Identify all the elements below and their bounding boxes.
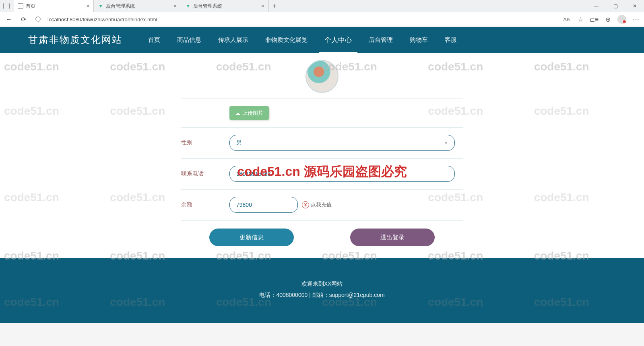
main-nav: 首页 商品信息 传承人展示 非物质文化展览 个人中心 后台管理 购物车 客服 [147,27,458,53]
tab-2[interactable]: ▼ 后台管理系统 × [94,0,181,12]
profile-avatar[interactable] [617,15,626,24]
site-header: 甘肃非物质文化网站 首页 商品信息 传承人展示 非物质文化展览 个人中心 后台管… [0,27,644,53]
tab-1[interactable]: 首页 × [14,0,94,12]
footer-contact: 电话：4008000000 | 邮箱：support@21epub.com [0,292,644,299]
nav-service[interactable]: 客服 [443,28,458,52]
page-content: ☁ 上传图片 性别 男 ▼ 联系电话 余额 [0,53,644,258]
close-icon[interactable]: × [173,3,177,9]
tab-title: 首页 [26,3,35,10]
nav-profile[interactable]: 个人中心 [323,27,353,53]
gender-label: 性别 [181,139,229,146]
page-icon [18,3,23,9]
star-icon[interactable]: ☆ [576,15,584,23]
minimize-button[interactable]: — [590,3,602,9]
text-size-icon[interactable]: Aあ [563,15,571,23]
vue-icon: ▼ [98,3,103,9]
gender-select[interactable]: 男 ▼ [229,135,455,151]
window-controls: — ▢ ✕ [590,3,641,9]
tab-title: 后台管理系统 [106,3,135,10]
user-avatar[interactable] [305,60,339,93]
phone-label: 联系电话 [181,170,229,177]
collections-icon[interactable]: ⊕ [604,15,612,23]
nav-admin[interactable]: 后台管理 [367,28,394,52]
browser-chrome: 首页 × ▼ 后台管理系统 × ▼ 后台管理系统 × + — ▢ ✕ ← ⟳ ⓘ [0,0,644,27]
tab-title: 后台管理系统 [193,3,222,10]
site-footer: 欢迎来到XX网站 电话：4008000000 | 邮箱：support@21ep… [0,258,644,323]
phone-input[interactable] [229,166,455,182]
tab-3[interactable]: ▼ 后台管理系统 × [181,0,268,12]
vue-icon: ▼ [185,3,191,9]
button-row: 更新信息 退出登录 [181,220,463,250]
site-title: 甘肃非物质文化网站 [28,33,122,46]
url-display[interactable]: localhost:8080/feiwuzhiwenhua/front/inde… [47,16,157,23]
address-bar: ← ⟳ ⓘ localhost:8080/feiwuzhiwenhua/fron… [0,12,644,27]
upload-button[interactable]: ☁ 上传图片 [229,106,269,120]
site-info-icon[interactable]: ⓘ [33,14,43,24]
update-button[interactable]: 更新信息 [209,229,294,246]
balance-input[interactable] [229,197,298,213]
back-button[interactable]: ← [4,14,14,24]
maximize-button[interactable]: ▢ [609,3,621,9]
recharge-link[interactable]: ¥ 点我充值 [302,201,332,208]
tabs-overview-icon[interactable] [3,3,10,9]
avatar-row [181,57,463,99]
nav-inheritors[interactable]: 传承人展示 [217,28,250,52]
balance-label: 余额 [181,201,229,208]
more-icon[interactable]: ⋯ [632,15,640,23]
cloud-upload-icon: ☁ [235,110,240,116]
profile-form: ☁ 上传图片 性别 男 ▼ 联系电话 余额 [181,53,463,250]
nav-products[interactable]: 商品信息 [175,28,203,52]
titlebar: 首页 × ▼ 后台管理系统 × ▼ 后台管理系统 × + — ▢ ✕ [0,0,644,12]
footer-welcome: 欢迎来到XX网站 [0,280,644,288]
upload-row: ☁ 上传图片 [181,99,463,128]
nav-cart[interactable]: 购物车 [408,28,429,52]
toolbar-right: Aあ ☆ ⊏≡ ⊕ ⋯ [563,15,640,24]
new-tab-button[interactable]: + [269,2,280,10]
chevron-down-icon: ▼ [444,141,448,145]
refresh-button[interactable]: ⟳ [19,14,28,24]
yen-icon: ¥ [302,201,309,208]
logout-button[interactable]: 退出登录 [350,229,435,246]
gender-row: 性别 男 ▼ [181,128,463,159]
phone-row: 联系电话 [181,159,463,189]
favorites-icon[interactable]: ⊏≡ [590,15,598,23]
balance-row: 余额 ¥ 点我充值 [181,189,463,220]
nav-home[interactable]: 首页 [147,28,162,52]
gender-value: 男 [236,139,242,146]
close-window-button[interactable]: ✕ [629,3,641,9]
close-icon[interactable]: × [261,3,264,9]
nav-exhibitions[interactable]: 非物质文化展览 [264,28,309,52]
tab-group: 首页 × ▼ 后台管理系统 × ▼ 后台管理系统 × + [14,0,280,12]
close-icon[interactable]: × [86,3,89,9]
